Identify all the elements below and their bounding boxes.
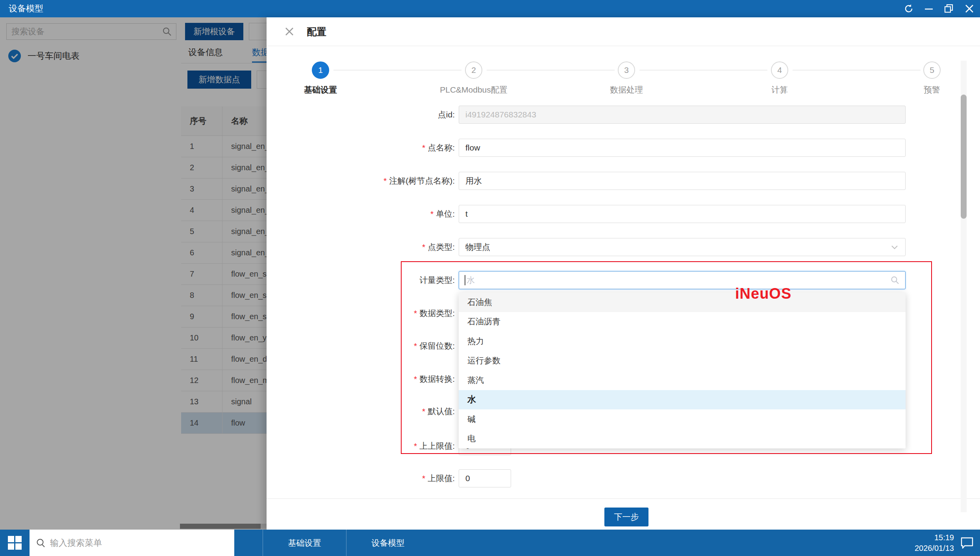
dropdown-item[interactable]: 热力 [459, 331, 906, 351]
step-2-label: PLC&Modbus配置 [440, 84, 508, 95]
dialog-scrollbar-thumb[interactable] [961, 95, 967, 219]
taskbar-search-box [30, 530, 234, 556]
point-id-label: 点id: [267, 106, 455, 124]
dropdown-item[interactable]: 石油焦 [459, 292, 906, 312]
next-step-button[interactable]: 下一步 [604, 508, 648, 526]
step-5-label: 预警 [924, 84, 940, 95]
config-dialog: 配置 1 2 3 4 5 基础设置 PLC&Modbus配置 数据处理 计算 预… [267, 17, 980, 530]
point-type-select[interactable]: 物理点 [459, 238, 906, 256]
taskbar: 基础设置 设备模型 15:19 2026/01/13 [0, 530, 980, 556]
start-button[interactable] [0, 530, 30, 556]
refresh-icon[interactable] [904, 4, 914, 14]
window-titlebar: 设备模型 [0, 0, 980, 17]
metric-type-dropdown: 石油焦 石油沥青 热力 运行参数 蒸汽 水 碱 电 [459, 292, 906, 448]
window-title: 设备模型 [9, 3, 43, 15]
text-caret [465, 275, 465, 285]
taskbar-time: 15:19 [915, 532, 954, 543]
upper-upper-limit-label: *上上限值: [267, 437, 455, 455]
search-icon [890, 275, 900, 285]
data-convert-label: *数据转换: [267, 370, 455, 388]
dropdown-item[interactable]: 电 [459, 429, 906, 449]
step-connector [639, 70, 767, 71]
taskbar-app-device-model[interactable]: 设备模型 [346, 530, 430, 556]
step-3-label: 数据处理 [610, 84, 643, 95]
decimals-label: *保留位数: [267, 337, 455, 355]
step-5-circle[interactable]: 5 [923, 61, 941, 79]
dialog-close-icon[interactable] [284, 26, 295, 37]
dropdown-item[interactable]: 蒸汽 [459, 370, 906, 390]
footer-divider [267, 498, 980, 499]
unit-input[interactable] [459, 205, 906, 223]
taskbar-date: 2026/01/13 [915, 543, 954, 554]
restore-icon[interactable] [944, 4, 954, 14]
unit-label: *单位: [267, 205, 455, 223]
taskbar-search-input[interactable] [50, 538, 228, 548]
upper-limit-label: *上限值: [267, 469, 455, 487]
notification-icon[interactable] [960, 536, 974, 550]
windows-logo-icon [8, 536, 22, 550]
point-name-label: *点名称: [267, 139, 455, 157]
step-4-circle[interactable]: 4 [771, 61, 788, 79]
step-connector [487, 70, 615, 71]
annotation-label: *注解(树节点名称): [267, 172, 455, 190]
taskbar-gap [234, 530, 263, 556]
step-connector [333, 70, 461, 71]
step-3-circle[interactable]: 3 [618, 61, 635, 79]
dropdown-item[interactable]: 石油沥青 [459, 312, 906, 332]
close-icon[interactable] [964, 4, 974, 14]
taskbar-clock[interactable]: 15:19 2026/01/13 [915, 532, 954, 554]
metric-type-label: 计量类型: [267, 271, 455, 289]
point-name-input[interactable] [459, 139, 906, 157]
point-type-label: *点类型: [267, 238, 455, 256]
dialog-title: 配置 [307, 25, 326, 38]
step-connector [793, 70, 921, 71]
annotation-input[interactable] [459, 172, 906, 190]
dropdown-item[interactable]: 运行参数 [459, 351, 906, 371]
search-icon [36, 538, 46, 548]
dropdown-item-selected[interactable]: 水 [459, 390, 906, 410]
minimize-icon[interactable] [924, 4, 934, 14]
step-4-label: 计算 [771, 84, 788, 95]
modal-overlay [0, 17, 267, 530]
metric-type-search-input[interactable]: 水 [459, 271, 906, 289]
default-value-label: *默认值: [267, 402, 455, 420]
step-1-circle[interactable]: 1 [312, 61, 329, 79]
point-id-input [459, 106, 906, 124]
step-2-circle[interactable]: 2 [465, 61, 482, 79]
taskbar-app-basic-settings[interactable]: 基础设置 [263, 530, 346, 556]
screen: 设备模型 新增根设备 重新 一号车间电表 设备信息 [0, 0, 980, 556]
step-1-label: 基础设置 [304, 84, 337, 95]
dialog-header: 配置 [267, 17, 980, 46]
dropdown-item[interactable]: 碱 [459, 409, 906, 429]
upper-limit-input[interactable] [459, 469, 511, 487]
chevron-down-icon [890, 243, 899, 251]
point-type-value: 物理点 [465, 242, 490, 253]
metric-type-value: 水 [467, 275, 890, 286]
data-type-label: *数据类型: [267, 304, 455, 322]
